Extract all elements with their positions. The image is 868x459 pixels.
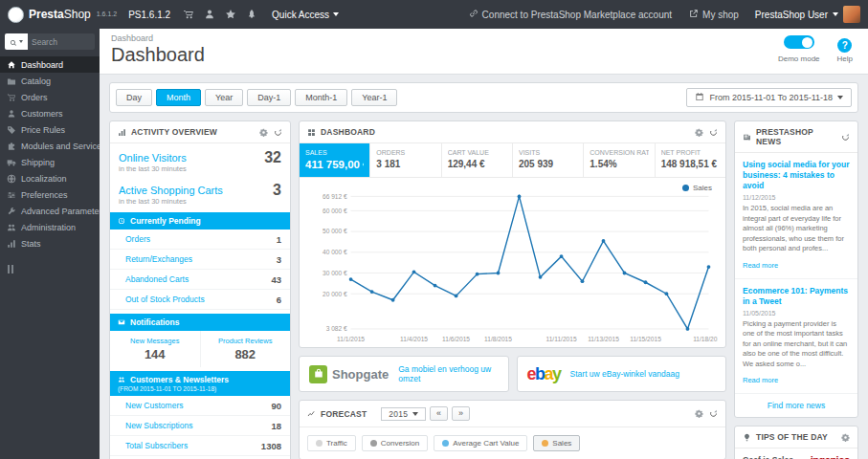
refresh-icon[interactable]	[709, 128, 718, 137]
shop-name-link[interactable]: PS1.6.1.2	[128, 10, 170, 20]
activity-stat-link[interactable]: Online Visitors	[119, 152, 187, 164]
sidebar-item-administration[interactable]: Administration	[0, 219, 100, 235]
ebay-link[interactable]: Start uw eBay-winkel vandaag	[570, 369, 679, 379]
legend-label: Average Cart Value	[453, 439, 519, 448]
kpi-value: 1.54%	[590, 159, 648, 169]
kpi-conversion-rate[interactable]: Conversion Rate1.54%	[584, 143, 655, 177]
sidebar-item-advanced-parameters[interactable]: Advanced Parameters	[0, 203, 100, 219]
kpi-value: 148 918,51 €	[661, 159, 720, 169]
notifications-title: Notifications	[130, 317, 179, 327]
sales-chart-area: Sales 66 912 €60 000 €50 000 €40 000 €30…	[300, 178, 725, 347]
sidebar-item-label: Catalog	[21, 76, 51, 86]
find-more-news-link[interactable]: Find more news	[735, 394, 857, 417]
chevron-down-icon	[837, 96, 843, 99]
shopgate-link[interactable]: Ga mobiel en verhoog uw omzet	[398, 364, 498, 383]
topbar-icons	[178, 0, 262, 29]
read-more-link[interactable]: Read more	[743, 376, 778, 384]
refresh-icon[interactable]	[841, 133, 850, 142]
notification-cell-product-reviews[interactable]: Product Reviews882	[201, 331, 291, 367]
filter-day-1[interactable]: Day-1	[247, 89, 291, 106]
forecast-next-button[interactable]: »	[452, 406, 470, 421]
sidebar-item-preferences[interactable]: Preferences	[0, 186, 100, 203]
customers-row-new-customers[interactable]: New Customers90	[110, 396, 290, 416]
forecast-year-select[interactable]: 2015	[381, 407, 426, 421]
kpi-visits[interactable]: Visits205 939	[513, 143, 584, 177]
gear-icon[interactable]	[695, 409, 703, 418]
row-value: 90	[271, 401, 281, 411]
prestashop-logo[interactable]: PrestaShop 1.6.1.2	[0, 7, 124, 23]
forecast-legend-average-cart-value[interactable]: Average Cart Value	[434, 435, 527, 451]
gear-icon[interactable]	[695, 128, 703, 137]
read-more-link[interactable]: Read more	[743, 261, 778, 270]
chevron-down-icon	[333, 12, 339, 16]
news-article: Using social media for your business: 4 …	[735, 153, 857, 279]
activity-stat-value: 32	[264, 149, 281, 166]
sidebar-collapse-button[interactable]	[8, 265, 100, 273]
rocket-icon[interactable]	[241, 0, 262, 29]
globe-icon	[7, 174, 16, 184]
customers-row-total-subscribers[interactable]: Total Subscribers1308	[110, 436, 290, 456]
sidebar-item-catalog[interactable]: Catalog	[0, 73, 100, 89]
sidebar-item-stats[interactable]: Stats	[0, 235, 100, 251]
sidebar-item-orders[interactable]: Orders	[0, 89, 100, 105]
pending-row-out-of-stock-products[interactable]: Out of Stock Products6	[110, 290, 290, 310]
filter-day[interactable]: Day	[116, 89, 152, 106]
kpi-orders[interactable]: Orders3 181	[370, 143, 441, 177]
sidebar-item-price-rules[interactable]: Price Rules	[0, 121, 100, 138]
shopgate-bag-icon	[309, 365, 327, 383]
sidebar-item-customers[interactable]: Customers	[0, 105, 100, 121]
notification-cell-new-messages[interactable]: New Messages144	[110, 331, 201, 367]
filter-month-1[interactable]: Month-1	[295, 89, 347, 106]
filter-year-1[interactable]: Year-1	[351, 89, 397, 106]
legend-dot-icon	[542, 440, 548, 447]
forecast-legend-sales[interactable]: Sales	[533, 435, 580, 451]
cart-icon[interactable]	[178, 0, 199, 29]
svg-text:11/4/2015: 11/4/2015	[400, 336, 428, 342]
search-input[interactable]	[28, 33, 95, 50]
sliders-icon	[7, 190, 16, 200]
chart-legend[interactable]: Sales	[682, 184, 712, 192]
filter-month[interactable]: Month	[156, 89, 201, 106]
user-menu[interactable]: PrestaShop User	[747, 0, 868, 29]
filter-year[interactable]: Year	[205, 89, 243, 106]
row-label: New Subscriptions	[125, 421, 192, 430]
quick-access-menu[interactable]: Quick Access	[262, 0, 348, 29]
sidebar-item-dashboard[interactable]: Dashboard	[0, 56, 100, 73]
news-article-title[interactable]: Ecommerce 101: Payments in a Tweet	[743, 286, 850, 307]
kpi-cart-value[interactable]: Cart Value129,44 €	[442, 143, 513, 177]
marketplace-link[interactable]: Connect to PrestaShop Marketplace accoun…	[460, 0, 680, 29]
kpi-value: 205 939	[519, 159, 577, 169]
topbar-right: Connect to PrestaShop Marketplace accoun…	[460, 0, 868, 29]
kpi-net-profit[interactable]: Net Profit148 918,51 €	[656, 143, 725, 177]
help-button[interactable]: ? Help	[837, 35, 853, 63]
customers-row-new-subscriptions[interactable]: New Subscriptions18	[110, 416, 290, 436]
forecast-legend-traffic[interactable]: Traffic	[307, 435, 356, 451]
gear-icon[interactable]	[841, 433, 850, 442]
shopgate-promo[interactable]: Shopgate Ga mobiel en verhoog uw omzet	[299, 356, 509, 392]
pending-row-orders[interactable]: Orders1	[110, 230, 290, 250]
sidebar-item-shipping[interactable]: Shipping	[0, 154, 100, 170]
kpi-sales[interactable]: Sales411 759,00 €	[300, 143, 370, 177]
refresh-icon[interactable]	[709, 409, 718, 418]
activity-stat-link[interactable]: Active Shopping Carts	[119, 185, 223, 196]
my-shop-link[interactable]: My shop	[680, 0, 747, 29]
pending-row-return-exchanges[interactable]: Return/Exchanges3	[110, 250, 290, 270]
forecast-panel: Forecast 2015 « »	[299, 400, 726, 459]
forecast-prev-button[interactable]: «	[430, 406, 448, 421]
person-icon[interactable]	[199, 0, 220, 29]
kpi-label: Cart Value	[448, 149, 506, 156]
sidebar-item-localization[interactable]: Localization	[0, 170, 100, 186]
breadcrumb[interactable]: Dashboard	[111, 33, 857, 43]
pending-row-abandoned-carts[interactable]: Abandoned Carts43	[110, 270, 290, 290]
date-range-picker[interactable]: From 2015-11-01 To 2015-11-18	[686, 88, 852, 107]
star-icon[interactable]	[220, 0, 241, 29]
gear-icon[interactable]	[259, 128, 268, 137]
forecast-legend-conversion[interactable]: Conversion	[362, 435, 428, 451]
demo-mode-toggle[interactable]: Demo mode	[778, 35, 820, 63]
search-scope-selector[interactable]	[5, 33, 28, 50]
sidebar-item-modules-and-services[interactable]: Modules and Services	[0, 138, 100, 154]
refresh-icon[interactable]	[274, 128, 282, 137]
news-article-title[interactable]: Using social media for your business: 4 …	[743, 160, 850, 191]
prestashop-news-panel: PrestaShop News Using social media for y…	[734, 120, 858, 418]
ebay-promo[interactable]: ebay Start uw eBay-winkel vandaag	[517, 356, 727, 392]
